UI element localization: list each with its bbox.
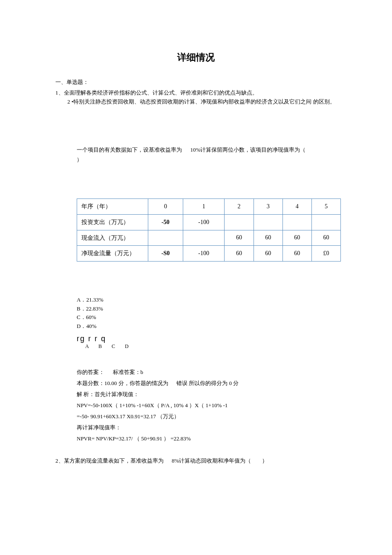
cell: 60 xyxy=(254,230,282,246)
q1-prompt: 一个项目的有关数据如下，设基准收益率为 10%计算保留两位小数，该项目的净现值率… xyxy=(77,145,337,165)
radio-labels: A B C D xyxy=(85,343,337,350)
q2-prompt-rate: 8%计算动态回收期和净年值为（ xyxy=(172,457,251,464)
cell: 5 xyxy=(311,199,340,215)
q1-answer-block: 你的答案： 标准答案：b 本题分数：10.00 分，你答题的情况为 错误 所以你… xyxy=(77,367,337,444)
cell: 60 xyxy=(282,246,311,262)
cell: 3 xyxy=(254,199,282,215)
q1-prompt-close: ） xyxy=(77,156,82,163)
cell: -50 xyxy=(148,214,183,230)
row-label: 年序（年） xyxy=(77,199,148,215)
cell xyxy=(254,214,282,230)
table-row: 年序（年） 0 1 2 3 4 5 xyxy=(77,199,341,215)
q2-prompt-close: ） xyxy=(262,457,268,464)
cell xyxy=(282,214,311,230)
q1-prompt-rate: 10%计算保留两位小数，该项目的净现值率为（ xyxy=(190,147,306,153)
option-b: B．22.83% xyxy=(77,305,337,313)
calc-line-2: =-50- 90.91+60X3.17 X0.91=32.17 （万元） xyxy=(77,413,179,420)
cell: -100 xyxy=(183,246,225,262)
cell: 60 xyxy=(282,230,311,246)
table-row: 净现金流量（万元） -S0 -100 60 60 60 £0 xyxy=(77,246,341,262)
q1-prompt-before: 一个项目的有关数据如下，设基准收益率为 xyxy=(77,147,182,153)
table-row: 投资支出（万兀） -50 -100 xyxy=(77,214,341,230)
option-c: C．60% xyxy=(77,313,337,322)
cell xyxy=(148,230,183,246)
row-label: 现金流入（万兀） xyxy=(77,230,148,246)
score-line-a: 本题分数：10.00 分，你答题的情况为 xyxy=(77,380,168,386)
cell: -100 xyxy=(183,214,225,230)
point-2: 2 •特别关注静态投资回收期、动态投资回收期的计算、净现值和内部收益率的经济含义… xyxy=(67,98,337,106)
cell: -S0 xyxy=(148,246,183,262)
cell: 60 xyxy=(225,246,254,262)
calc-line-4: NPVR= NPV/KP=32.17/ （ 50+90.91 ） =22.83% xyxy=(77,433,337,444)
cell xyxy=(311,214,340,230)
q2-prompt-before: 2、某方案的现金流量表如下，基准收益率为 xyxy=(55,457,164,464)
calc-line-1: NPV=-50-100X（ 1+10% -1+60X（ P/A , 10% 4 … xyxy=(77,400,337,411)
q1-options: A．21.33% B．22.83% C．60% D．40% xyxy=(77,296,337,331)
cell: 2 xyxy=(225,199,254,215)
cell xyxy=(225,214,254,230)
table-row: 现金流入（万兀） 60 60 60 60 xyxy=(77,230,341,246)
row-label: 净现金流量（万元） xyxy=(77,246,148,262)
cell: 60 xyxy=(254,246,282,262)
option-a: A．21.33% xyxy=(77,296,337,305)
cell: 60 xyxy=(225,230,254,246)
analysis-label: 解 析：首先计算净现值： xyxy=(77,389,337,400)
your-answer-label: 你的答案： xyxy=(77,369,104,375)
q1-table: 年序（年） 0 1 2 3 4 5 投资支出（万兀） -50 -100 现金流入… xyxy=(77,198,337,261)
point-1: 1、全面理解各类经济评价指标的公式、计算公式、评价准则和它们的优点与缺点。 xyxy=(55,89,337,98)
calc-line-3: 再计算净现值率： xyxy=(77,422,337,433)
cell: 0 xyxy=(148,199,183,215)
page-title: 详细情况 xyxy=(55,51,337,64)
cell: 1 xyxy=(183,199,225,215)
section-heading: 一、单选题： xyxy=(55,78,337,86)
radio-glyphs[interactable]: rg r r q xyxy=(77,334,337,343)
cell: £0 xyxy=(311,246,340,262)
option-d: D．40% xyxy=(77,322,337,331)
score-line-b: 错误 所以你的得分为 0 分 xyxy=(176,380,239,386)
q2-prompt: 2、某方案的现金流量表如下，基准收益率为 8%计算动态回收期和净年值为（ ） xyxy=(55,457,337,465)
cell: 60 xyxy=(311,230,340,246)
std-answer: 标准答案：b xyxy=(113,369,144,375)
cell: 4 xyxy=(282,199,311,215)
cell xyxy=(183,230,225,246)
row-label: 投资支出（万兀） xyxy=(77,214,148,230)
